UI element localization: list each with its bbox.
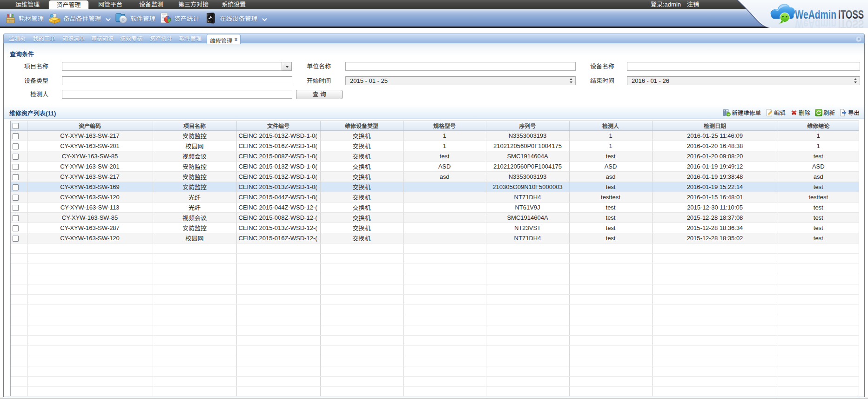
action-edit[interactable]: 编辑 <box>765 108 787 117</box>
table-row[interactable]: CY-XYW-163-SW-201安防监控CEINC 2015-013Z-WSD… <box>11 161 859 171</box>
column-header-9[interactable]: 维修结论 <box>778 121 859 130</box>
ribbon-item-5[interactable]: 在线设备管理 <box>205 10 267 27</box>
cell: 2016-01-19 15:22:14 <box>652 182 778 192</box>
table-row[interactable]: CY-XYW-163-SW-201校园网CEINC 2015-016Z-WSD-… <box>11 141 859 151</box>
cell: CEINC 2015-044Z-WSD-1-0( <box>236 192 320 202</box>
cell: CEINC 2015-016Z-WSD-1-0( <box>236 141 320 151</box>
top-menu-6[interactable]: 系统设置 <box>222 0 246 9</box>
tab-repair-management[interactable]: 维修管理 x <box>207 34 241 44</box>
column-header-5[interactable]: 规格型号 <box>403 121 486 130</box>
column-header-6[interactable]: 序列号 <box>486 121 569 130</box>
select-all-checkbox[interactable] <box>13 123 19 129</box>
action-new-order[interactable]: 新建维修单 <box>722 108 762 117</box>
table-row[interactable]: CY-XYW-163-SW-120校园网CEINC 2015-016Z-WSD-… <box>11 233 859 243</box>
unit-name-input[interactable] <box>345 62 576 71</box>
cell: 2016-01-19 19:49:12 <box>652 161 778 171</box>
device-type-label: 设备类型 <box>4 76 48 85</box>
cell <box>403 182 486 192</box>
active-tab-label: 维修管理 <box>210 36 232 44</box>
action-refresh[interactable]: 刷新 <box>814 108 836 117</box>
start-time-input[interactable] <box>345 76 576 85</box>
column-header-4[interactable]: 维修设备类型 <box>320 121 403 130</box>
end-time-input[interactable] <box>627 76 860 85</box>
cell <box>403 192 486 202</box>
table-row[interactable]: CY-XYW-163-SW-85视频会议CEINC 2015-008Z-WSD-… <box>11 151 859 161</box>
cell: 2015-12-28 18:37:08 <box>652 212 778 223</box>
row-checkbox[interactable] <box>13 143 19 149</box>
cell: asd <box>403 171 486 182</box>
ribbon-item-2[interactable]: 备品备件管理 <box>48 10 111 27</box>
row-checkbox[interactable] <box>13 154 19 160</box>
cell: 2015-12-30 11:10:05 <box>652 202 778 212</box>
action-delete[interactable]: 删除 <box>789 108 811 117</box>
table-row[interactable]: CY-XYW-163-SW-120光纤CEINC 2015-044Z-WSD-1… <box>11 192 859 202</box>
cell: CY-XYW-163-SW-85 <box>27 212 153 223</box>
gear-icon[interactable] <box>855 36 862 44</box>
logout-link[interactable]: 注销 <box>687 1 699 8</box>
device-name-input[interactable] <box>627 62 860 71</box>
tab-6[interactable]: 资产统计 <box>150 34 172 43</box>
cell: NT71DH4 <box>486 233 569 243</box>
action-export[interactable]: 导出 <box>839 108 861 117</box>
inspector-label: 检测人 <box>4 90 48 99</box>
ribbon-item-1[interactable]: 耗材管理 <box>6 10 44 27</box>
cell: CY-XYW-163-SW-85 <box>27 151 153 161</box>
end-time-spinner-buttons[interactable] <box>852 76 860 85</box>
table-row[interactable]: CY-XYW-163-SW-217安防监控CEINC 2015-013Z-WSD… <box>11 171 859 182</box>
cell: 交换机 <box>320 223 403 233</box>
top-menu-1[interactable]: 运维管理 <box>15 0 40 9</box>
cell <box>403 202 486 212</box>
tab-2[interactable]: 我的工单 <box>33 34 55 43</box>
tab-bar: 维修管理 x 监测树我的工单知识清单审核知识绩效考核资产统计软件管理 <box>3 34 865 43</box>
cell: testtest <box>569 192 652 202</box>
ribbon-item-4[interactable]: 资产统计 <box>160 10 199 27</box>
table-row[interactable]: CY-XYW-163-SW-169安防监控CEINC 2015-013Z-WSD… <box>11 182 859 192</box>
row-checkbox[interactable] <box>13 184 19 190</box>
row-checkbox[interactable] <box>13 195 19 201</box>
column-header-2[interactable]: 项目名称 <box>153 121 236 130</box>
row-checkbox[interactable] <box>13 205 19 211</box>
tab-close-icon[interactable]: x <box>235 36 237 42</box>
unit-name-label: 单位名称 <box>281 62 331 71</box>
row-checkbox[interactable] <box>13 133 19 139</box>
top-menu-5[interactable]: 第三方对接 <box>178 0 209 9</box>
cell: test <box>569 151 652 161</box>
ribbon-item-3[interactable]: 软件管理 <box>114 10 155 27</box>
column-header-7[interactable]: 检测人 <box>569 121 652 130</box>
cell: test <box>778 212 859 223</box>
row-checkbox[interactable] <box>13 174 19 180</box>
column-header-1[interactable]: 资产编码 <box>27 121 153 130</box>
row-checkbox[interactable] <box>13 236 19 242</box>
project-name-label: 项目名称 <box>4 62 48 71</box>
top-menu-4[interactable]: 设备监测 <box>139 0 163 9</box>
row-checkbox[interactable] <box>13 225 19 231</box>
cell: CEINC 2015-016Z-WSD-12-( <box>236 233 320 243</box>
tab-5[interactable]: 绩效考核 <box>120 34 142 43</box>
project-name-input[interactable] <box>62 62 282 71</box>
table-row[interactable]: CY-XYW-163-SW-217安防监控CEINC 2015-013Z-WSD… <box>11 130 859 141</box>
tab-7[interactable]: 软件管理 <box>179 34 202 43</box>
tab-1[interactable]: 监测树 <box>9 34 26 43</box>
row-checkbox[interactable] <box>13 164 19 170</box>
top-menu-3[interactable]: 网管平台 <box>98 0 122 9</box>
empty-row <box>11 284 859 294</box>
cell: 1 <box>778 141 859 151</box>
cell: test <box>569 212 652 223</box>
inspector-input[interactable] <box>62 90 292 99</box>
tab-3[interactable]: 知识清单 <box>62 34 85 43</box>
top-menu-2[interactable]: 资产管理 <box>49 0 88 9</box>
device-type-input[interactable] <box>62 76 292 85</box>
table-row[interactable]: CY-XYW-163-SW-85视频会议CEINC 2015-008Z-WSD-… <box>11 212 859 223</box>
row-checkbox[interactable] <box>13 215 19 221</box>
table-row[interactable]: CY-XYW-163-SW-287安防监控CEINC 2015-013Z-WSD… <box>11 223 859 233</box>
cell: N3353003193 <box>486 171 569 182</box>
tab-4[interactable]: 审核知识 <box>91 34 114 43</box>
cell: 校园网 <box>153 233 236 243</box>
cell: CEINC 2015-044Z-WSD-12-( <box>236 202 320 212</box>
column-header-8[interactable]: 检测日期 <box>652 121 778 130</box>
table-row[interactable]: CY-XYW-163-SW-113光纤CEINC 2015-044Z-WSD-1… <box>11 202 859 212</box>
device-name-label: 设备名称 <box>564 62 614 71</box>
empty-row <box>11 345 859 356</box>
column-header-3[interactable]: 文件编号 <box>236 121 320 130</box>
search-button[interactable]: 查 询 <box>296 90 343 99</box>
